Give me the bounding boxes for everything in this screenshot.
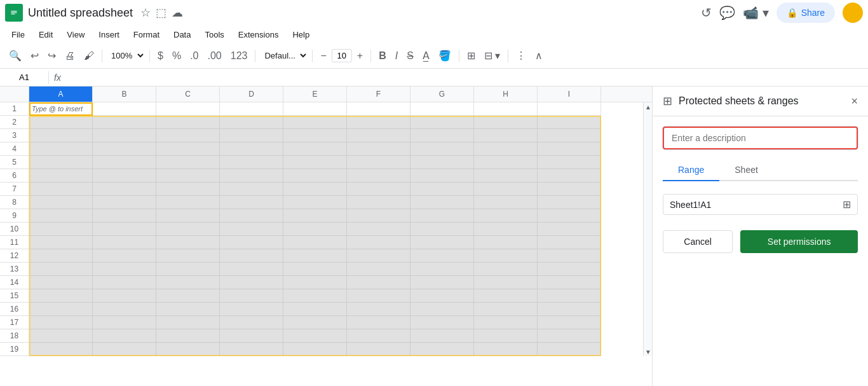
cell-B4[interactable] [93,142,156,156]
row-num-3[interactable]: 3 [0,129,29,142]
cell-A7[interactable] [29,183,93,196]
cell-A4[interactable] [29,142,93,156]
cell-E13[interactable] [283,263,347,276]
cell-B13[interactable] [93,263,156,276]
print-button[interactable]: 🖨 [61,48,79,64]
cell-H18[interactable] [474,329,538,343]
cell-I7[interactable] [538,183,601,196]
cell-E10[interactable] [283,223,347,236]
menu-help[interactable]: Help [286,27,316,42]
cell-G5[interactable] [410,156,474,169]
scroll-track[interactable] [644,111,652,347]
cell-C5[interactable] [156,156,220,169]
cell-G17[interactable] [410,316,474,329]
cell-E15[interactable] [283,289,347,303]
cell-A10[interactable] [29,223,93,236]
cell-F8[interactable] [347,196,410,209]
cell-G8[interactable] [410,196,474,209]
cell-B10[interactable] [93,223,156,236]
cell-F18[interactable] [347,329,410,343]
menu-edit[interactable]: Edit [32,27,59,42]
cell-F19[interactable] [347,343,410,356]
cell-F9[interactable] [347,209,410,223]
description-input[interactable] [663,127,858,149]
bold-button[interactable]: B [375,48,390,64]
currency-button[interactable]: $ [154,48,167,64]
cell-A14[interactable] [29,276,93,289]
cell-E12[interactable] [283,249,347,263]
cell-F14[interactable] [347,276,410,289]
col-header-B[interactable]: B [93,86,156,102]
percent-button[interactable]: % [168,48,185,64]
cell-C19[interactable] [156,343,220,356]
cell-G1[interactable] [410,102,474,116]
cloud-icon[interactable]: ☁ [172,6,183,20]
cell-C8[interactable] [156,196,220,209]
col-header-H[interactable]: H [474,86,538,102]
cell-E14[interactable] [283,276,347,289]
dec-increase-button[interactable]: .00 [203,48,225,64]
cell-H3[interactable] [474,129,538,142]
cell-G7[interactable] [410,183,474,196]
cell-I18[interactable] [538,329,601,343]
cell-D18[interactable] [220,329,283,343]
cell-H17[interactable] [474,316,538,329]
cell-B17[interactable] [93,316,156,329]
menu-extensions[interactable]: Extensions [232,27,285,42]
cell-D3[interactable] [220,129,283,142]
cell-B14[interactable] [93,276,156,289]
cell-C14[interactable] [156,276,220,289]
cell-E8[interactable] [283,196,347,209]
cell-I12[interactable] [538,249,601,263]
cell-H16[interactable] [474,303,538,316]
num-format-button[interactable]: 123 [227,48,252,64]
row-num-5[interactable]: 5 [0,156,29,169]
row-num-16[interactable]: 16 [0,303,29,316]
cell-B15[interactable] [93,289,156,303]
cell-H15[interactable] [474,289,538,303]
cell-H9[interactable] [474,209,538,223]
menu-insert[interactable]: Insert [92,27,126,42]
menu-data[interactable]: Data [167,27,197,42]
cell-A2[interactable] [29,116,93,129]
cell-E16[interactable] [283,303,347,316]
row-num-15[interactable]: 15 [0,289,29,303]
redo-button[interactable]: ↪ [44,47,60,64]
cell-F15[interactable] [347,289,410,303]
row-num-13[interactable]: 13 [0,263,29,276]
cell-C18[interactable] [156,329,220,343]
cell-B6[interactable] [93,169,156,183]
cell-A9[interactable] [29,209,93,223]
share-button[interactable]: 🔒 Share [776,3,835,23]
cell-G19[interactable] [410,343,474,356]
cell-H14[interactable] [474,276,538,289]
cell-A15[interactable] [29,289,93,303]
cell-C15[interactable] [156,289,220,303]
cell-D2[interactable] [220,116,283,129]
cell-F13[interactable] [347,263,410,276]
cell-G13[interactable] [410,263,474,276]
cell-D5[interactable] [220,156,283,169]
cell-G9[interactable] [410,209,474,223]
cell-I10[interactable] [538,223,601,236]
tab-range[interactable]: Range [663,160,719,181]
cell-D8[interactable] [220,196,283,209]
cell-G18[interactable] [410,329,474,343]
cell-C12[interactable] [156,249,220,263]
cell-C16[interactable] [156,303,220,316]
document-title[interactable]: Untitled spreadsheet [28,6,133,20]
cell-E7[interactable] [283,183,347,196]
cell-D16[interactable] [220,303,283,316]
zoom-select[interactable]: 100% [106,48,146,64]
cell-F1[interactable] [347,102,410,116]
cell-D4[interactable] [220,142,283,156]
cell-B12[interactable] [93,249,156,263]
cell-E19[interactable] [283,343,347,356]
search-button[interactable]: 🔍 [5,47,25,64]
cell-C4[interactable] [156,142,220,156]
cell-C7[interactable] [156,183,220,196]
cell-I4[interactable] [538,142,601,156]
cell-B5[interactable] [93,156,156,169]
row-num-10[interactable]: 10 [0,223,29,236]
cell-D17[interactable] [220,316,283,329]
